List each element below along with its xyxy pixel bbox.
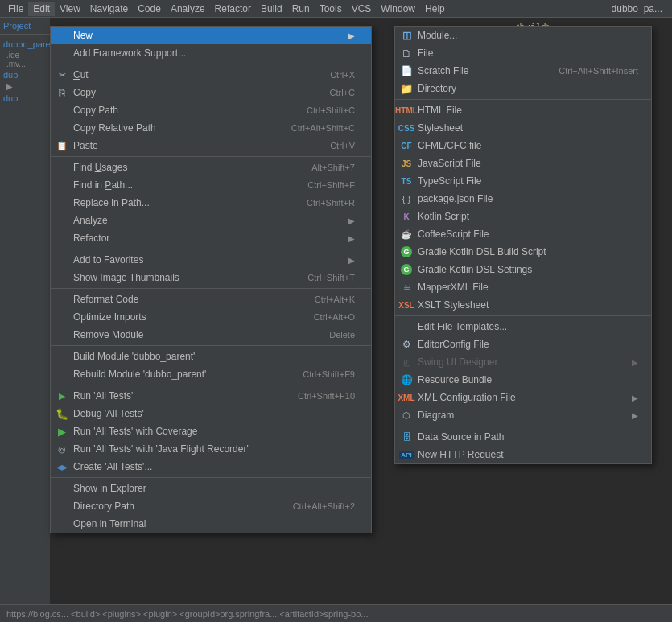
find-usages-shortcut: Alt+Shift+7 [311,163,355,172]
submenu-mapper-xml[interactable]: ≋ MapperXML File [395,278,651,296]
submenu-file[interactable]: 🗋 File [395,44,651,62]
submenu-gradle-settings[interactable]: G Gradle Kotlin DSL Settings [395,261,651,278]
sidebar-sub1[interactable]: ▶ [3,81,47,92]
menu-item-new[interactable]: New ▶ [51,27,371,44]
menu-tools[interactable]: Tools [315,2,347,16]
menu-item-copy[interactable]: ⎘ Copy Ctrl+C [51,84,371,101]
menu-help[interactable]: Help [420,2,450,16]
menu-edit[interactable]: Edit [28,2,55,16]
editorconfig-icon: ⚙ [400,338,413,351]
submenu-html[interactable]: HTML HTML File [395,101,651,119]
menu-item-show-explorer[interactable]: Show in Explorer [51,480,371,497]
submenu-directory[interactable]: 📁 Directory [395,80,651,97]
submenu-package-json[interactable]: { } package.json File [395,190,651,208]
sidebar-dub2-item[interactable]: dub [3,92,47,105]
status-bar: https://blog.cs... <build> <plugins> <pl… [0,604,672,622]
submenu-http-label: New HTTP Request [418,449,638,460]
menu-item-find-in-path[interactable]: Find in Path... Ctrl+Shift+F [51,176,371,194]
xml-icon: XML [400,391,413,404]
submenu-gradle-build[interactable]: G Gradle Kotlin DSL Build Script [395,243,651,261]
paste-shortcut: Ctrl+V [330,141,355,150]
menu-item-directory-path[interactable]: Directory Path Ctrl+Alt+Shift+2 [51,497,371,515]
submenu-kotlin-script[interactable]: K Kotlin Script [395,208,651,225]
menu-item-add-favorites[interactable]: Add to Favorites ▶ [51,251,371,269]
menu-navigate[interactable]: Navigate [85,2,133,16]
menu-build[interactable]: Build [256,2,287,16]
menu-item-favorites-label: Add to Favorites [73,254,342,266]
context-menu: New ▶ Add Framework Support... ✂ Cut Ctr… [50,26,372,533]
replace-shortcut: Ctrl+Shift+R [307,198,355,208]
submenu-module[interactable]: ◫ Module... [395,27,651,44]
submenu-scratch-file[interactable]: 📄 Scratch File Ctrl+Alt+Shift+Insert [395,62,651,80]
menu-item-run-flight[interactable]: ◎ Run 'All Tests' with 'Java Flight Reco… [51,440,371,458]
json-icon: { } [400,192,413,205]
menu-item-reformat[interactable]: Reformat Code Ctrl+Alt+K [51,290,371,308]
menu-item-copy-relative-path[interactable]: Copy Relative Path Ctrl+Alt+Shift+C [51,119,371,137]
submenu-coffeescript[interactable]: ☕ CoffeeScript File [395,225,651,243]
submenu-resource-label: Resource Bundle [418,374,638,385]
coverage-icon: ▶ [56,425,68,438]
menu-item-replace-label: Replace in Path... [73,197,291,208]
sidebar-project-tab[interactable]: Project [0,18,50,35]
menu-item-debug-tests[interactable]: 🐛 Debug 'All Tests' [51,405,371,422]
css-icon: CSS [400,122,413,134]
menu-item-show-thumbnails[interactable]: Show Image Thumbnails Ctrl+Shift+T [51,269,371,286]
dir-path-shortcut: Ctrl+Alt+Shift+2 [293,501,355,511]
submenu-edit-templates[interactable]: Edit File Templates... [395,318,651,336]
submenu-editorconfig[interactable]: ⚙ EditorConfig File [395,336,651,353]
submenu-resource-bundle[interactable]: 🌐 Resource Bundle [395,371,651,389]
menu-window[interactable]: Window [376,2,420,16]
menu-item-optimize-label: Optimize Imports [73,311,298,323]
copy-path-shortcut: Ctrl+Shift+C [307,105,355,115]
menu-item-analyze[interactable]: Analyze ▶ [51,212,371,229]
menu-item-rebuild-module[interactable]: Rebuild Module 'dubbo_parent' Ctrl+Shift… [51,365,371,383]
separator-6 [51,385,371,385]
submenu-typescript[interactable]: TS TypeScript File [395,172,651,190]
sidebar-sub1-arrow[interactable]: ▶ [6,81,47,92]
submenu-arrow-favorites: ▶ [348,256,355,265]
submenu-cfml-label: CFML/CFC file [418,140,638,151]
menu-analyze[interactable]: Analyze [166,2,210,16]
menu-item-build-label: Build Module 'dubbo_parent' [73,351,355,362]
paste-icon: 📋 [56,139,68,152]
menu-file[interactable]: File [3,2,28,16]
menu-item-find-usages[interactable]: Find Usages Alt+Shift+7 [51,159,371,176]
submenu-javascript[interactable]: JS JavaScript File [395,154,651,172]
menu-item-cut[interactable]: ✂ Cut Ctrl+X [51,66,371,84]
menu-item-create-tests[interactable]: ◂▸ Create 'All Tests'... [51,458,371,476]
sidebar-ide-item[interactable]: .ide [3,51,47,60]
menu-item-remove-module[interactable]: Remove Module Delete [51,326,371,344]
submenu-datasource[interactable]: 🗄 Data Source in Path [395,428,651,446]
menu-refactor[interactable]: Refactor [210,2,256,16]
submenu-stylesheet[interactable]: CSS Stylesheet [395,119,651,137]
menu-code[interactable]: Code [133,2,166,16]
menu-item-run-tests[interactable]: ▶ Run 'All Tests' Ctrl+Shift+F10 [51,387,371,405]
menu-vcs[interactable]: VCS [347,2,377,16]
swing-icon: ◰ [400,356,413,369]
submenu-diagram[interactable]: ⬡ Diagram ▶ [395,406,651,424]
submenu-xslt[interactable]: XSL XSLT Stylesheet [395,296,651,314]
menu-item-build-module[interactable]: Build Module 'dubbo_parent' [51,348,371,365]
menu-item-optimize[interactable]: Optimize Imports Ctrl+Alt+O [51,308,371,326]
menu-item-open-terminal[interactable]: Open in Terminal [51,515,371,533]
sidebar-dub-item[interactable]: dub [3,68,47,81]
submenu-scratch-label: Scratch File [418,65,559,76]
submenu-swing-ui[interactable]: ◰ Swing UI Designer ▶ [395,353,651,371]
submenu-xml-config[interactable]: XML XML Configuration File ▶ [395,389,651,406]
menu-item-rebuild-label: Rebuild Module 'dubbo_parent' [73,369,287,380]
menu-item-copy-path[interactable]: Copy Path Ctrl+Shift+C [51,101,371,119]
menu-item-replace-in-path[interactable]: Replace in Path... Ctrl+Shift+R [51,194,371,212]
sidebar-dubbo-item[interactable]: dubbo_pare... [3,38,47,51]
menu-item-paste[interactable]: 📋 Paste Ctrl+V [51,137,371,154]
separator-4 [51,288,371,289]
sidebar-mvn-item[interactable]: .mv... [3,60,47,68]
submenu-http-request[interactable]: API New HTTP Request [395,446,651,463]
debug-icon: 🐛 [56,407,68,420]
submenu-cfml[interactable]: CF CFML/CFC file [395,137,651,154]
menu-view[interactable]: View [55,2,85,16]
menu-item-add-framework[interactable]: Add Framework Support... [51,44,371,62]
menu-run[interactable]: Run [287,2,315,16]
menu-item-refactor[interactable]: Refactor ▶ [51,229,371,247]
rebuild-shortcut: Ctrl+Shift+F9 [303,369,355,379]
menu-item-run-coverage[interactable]: ▶ Run 'All Tests' with Coverage [51,422,371,440]
